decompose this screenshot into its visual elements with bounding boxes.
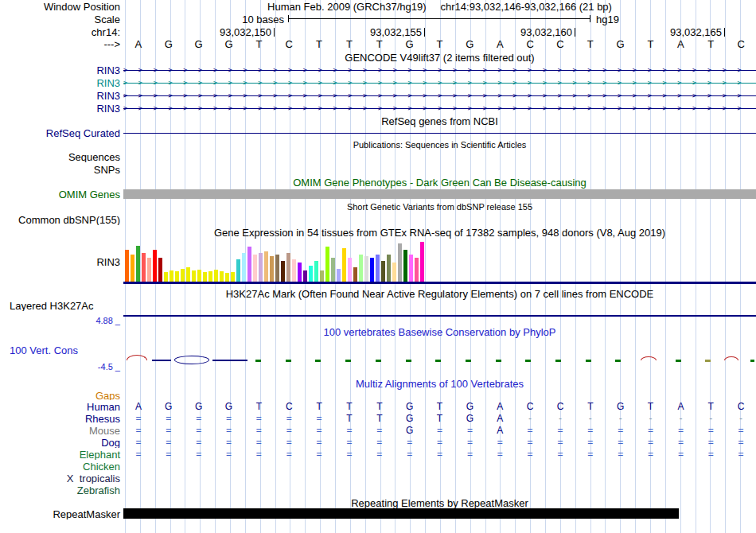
repeatmasker-band[interactable] xyxy=(123,508,679,519)
omim-genes-label: OMIM Genes xyxy=(0,189,123,200)
base-cell: T xyxy=(364,38,395,50)
omim-gene-track[interactable] xyxy=(123,189,756,200)
gtex-expression-bar[interactable] xyxy=(370,258,374,282)
gtex-expression-bar[interactable] xyxy=(342,248,346,282)
sequences-track[interactable] xyxy=(123,151,756,162)
gtex-expression-bar[interactable] xyxy=(164,272,168,282)
gtex-expression-bar[interactable] xyxy=(225,273,229,282)
alignment-row[interactable] xyxy=(123,461,756,472)
gtex-expression-bar[interactable] xyxy=(337,269,341,282)
gtex-expression-bar[interactable] xyxy=(403,250,407,282)
alignment-row[interactable]: AGGGTCTTTGTGACCTGTATC xyxy=(123,401,756,412)
gtex-expression-bar[interactable] xyxy=(353,267,357,282)
base-cell: G xyxy=(606,38,636,50)
gtex-expression-bar[interactable] xyxy=(415,258,419,282)
gtex-expression-bar[interactable] xyxy=(125,250,129,282)
gtex-expression-bar[interactable] xyxy=(242,253,246,282)
gene-body[interactable]: >>>>>>>>>>>>>>>>>>>>>>>>>>>>>>>>>>>>>>>>… xyxy=(123,103,756,115)
gtex-expression-bar[interactable] xyxy=(253,255,257,282)
gtex-expression-bar[interactable] xyxy=(325,247,329,282)
refseq-gene-line xyxy=(123,133,756,134)
coordinate-tick xyxy=(575,28,575,37)
gtex-expression-bar[interactable] xyxy=(309,266,313,282)
gtex-expression-bar[interactable] xyxy=(231,272,235,282)
gtex-baseline xyxy=(123,282,756,284)
gtex-expression-bar[interactable] xyxy=(136,246,140,282)
alignment-row[interactable]: =========G==A======== xyxy=(123,425,756,436)
omim-gene-band[interactable] xyxy=(123,189,756,199)
gtex-expression-bar[interactable] xyxy=(208,271,212,282)
gtex-expression-bar[interactable] xyxy=(298,263,302,282)
alignment-row[interactable]: =======TTGTGA-------- xyxy=(123,413,756,424)
gtex-expression-bar[interactable] xyxy=(286,253,290,282)
gtex-expression-bar[interactable] xyxy=(236,259,240,282)
gtex-expression-bar[interactable] xyxy=(292,259,296,282)
alignment-cell: = xyxy=(274,437,304,448)
assembly-label: hg19 xyxy=(596,14,619,25)
gtex-expression-bar[interactable] xyxy=(175,271,179,282)
gtex-expression-bar[interactable] xyxy=(186,267,190,282)
gtex-expression-bar[interactable] xyxy=(320,270,324,282)
gaps-label: Gaps xyxy=(0,390,123,400)
alignment-cell: = xyxy=(726,449,756,460)
gtex-expression-bar[interactable] xyxy=(220,271,224,282)
gtex-expression-bar[interactable] xyxy=(264,251,268,282)
gene-body[interactable]: >>>>>>>>>>>>>>>>>>>>>>>>>>>>>>>>>>>>>>>>… xyxy=(123,77,756,89)
base-cell: T xyxy=(636,38,666,50)
species-label: Mouse xyxy=(0,425,123,436)
snps-track[interactable] xyxy=(123,164,756,175)
gtex-expression-bar[interactable] xyxy=(303,270,307,282)
alignment-row[interactable]: ===================== xyxy=(123,437,756,448)
gtex-expression-bar[interactable] xyxy=(359,255,363,282)
gtex-expression-bar[interactable] xyxy=(281,261,285,282)
refseq-gene-body[interactable] xyxy=(123,127,756,139)
gtex-expression-bar[interactable] xyxy=(387,255,391,282)
gtex-expression-bar[interactable] xyxy=(170,270,173,282)
species-label: Dog xyxy=(0,437,123,448)
gtex-expression-bar[interactable] xyxy=(259,253,263,282)
dbsnp-label: Common dbSNP(155) xyxy=(0,214,123,225)
gtex-expression-bar[interactable] xyxy=(381,261,385,282)
gtex-expression-bar[interactable] xyxy=(314,261,318,282)
gene-body[interactable]: >>>>>>>>>>>>>>>>>>>>>>>>>>>>>>>>>>>>>>>>… xyxy=(123,64,756,76)
gtex-expression-bar[interactable] xyxy=(158,258,162,282)
alignment-cell: = xyxy=(545,449,575,460)
gtex-expression-bar[interactable] xyxy=(331,258,335,282)
alignment-cell: = xyxy=(726,425,756,436)
gtex-expression-bar[interactable] xyxy=(197,270,201,282)
alignment-cell: G xyxy=(395,401,425,412)
alignment-cell: = xyxy=(636,449,666,460)
alignment-row[interactable]: ===================== xyxy=(123,449,756,460)
alignment-row[interactable] xyxy=(123,484,756,496)
gtex-expression-bar[interactable] xyxy=(203,272,207,282)
gaps-track[interactable] xyxy=(123,390,756,400)
sequences-label: Sequences xyxy=(0,151,123,162)
gtex-chart[interactable] xyxy=(123,239,756,284)
coordinate-tick xyxy=(274,28,275,37)
dbsnp-track[interactable] xyxy=(123,214,756,225)
multiz-species-row: X_tropicalis xyxy=(0,473,756,484)
scale-label: Scale xyxy=(0,14,123,25)
gtex-expression-bar[interactable] xyxy=(392,263,396,282)
gtex-expression-bar[interactable] xyxy=(348,258,352,282)
base-cell: G xyxy=(154,38,184,50)
gencode-gene-row: RIN3>>>>>>>>>>>>>>>>>>>>>>>>>>>>>>>>>>>>… xyxy=(0,77,756,89)
repeatmasker-track[interactable] xyxy=(123,508,756,519)
gtex-expression-bar[interactable] xyxy=(214,270,218,282)
gtex-expression-bar[interactable] xyxy=(142,253,146,282)
gtex-expression-bar[interactable] xyxy=(131,255,134,282)
gtex-expression-bar[interactable] xyxy=(247,247,251,282)
gtex-expression-bar[interactable] xyxy=(181,269,185,282)
gtex-expression-bar[interactable] xyxy=(153,250,157,282)
gtex-expression-bar[interactable] xyxy=(147,258,151,282)
gtex-expression-bar[interactable] xyxy=(409,255,413,282)
gtex-expression-bar[interactable] xyxy=(398,243,402,282)
gtex-expression-bar[interactable] xyxy=(364,256,368,282)
gene-body[interactable]: >>>>>>>>>>>>>>>>>>>>>>>>>>>>>>>>>>>>>>>>… xyxy=(123,90,756,102)
gtex-expression-bar[interactable] xyxy=(192,270,196,282)
gtex-expression-bar[interactable] xyxy=(270,256,274,282)
alignment-row[interactable] xyxy=(123,473,756,484)
gtex-expression-bar[interactable] xyxy=(420,242,424,282)
gtex-expression-bar[interactable] xyxy=(376,255,380,282)
gtex-expression-bar[interactable] xyxy=(275,255,279,282)
